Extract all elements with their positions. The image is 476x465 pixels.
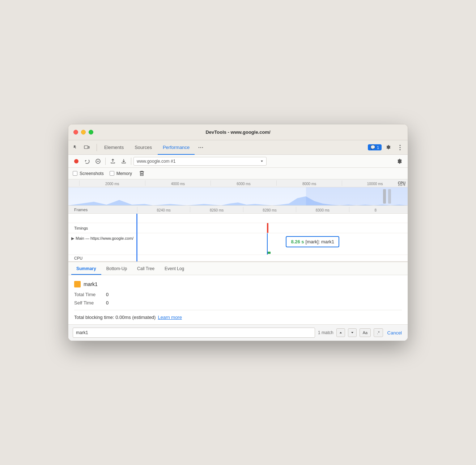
net-label: NET — [398, 184, 405, 186]
traffic-lights — [73, 130, 93, 135]
timeline-tick-header: 2000 ms 4000 ms 6000 ms 8000 ms 10000 ms… — [68, 179, 408, 187]
tab-summary[interactable]: Summary — [71, 263, 101, 275]
svg-rect-4 — [88, 146, 89, 148]
zoomed-tick-0: 8240 ms — [137, 207, 190, 212]
device-toggle-icon[interactable] — [82, 143, 92, 152]
tick-4000: 4000 ms — [145, 180, 211, 186]
learn-more-link[interactable]: Learn more — [158, 315, 182, 320]
tab-elements[interactable]: Elements — [99, 140, 129, 155]
zoomed-timeline: Frames 8240 ms 8260 ms 8280 ms 8300 ms 8 — [68, 206, 408, 262]
regex-button[interactable]: .* — [374, 328, 383, 337]
selection-bar-2 — [388, 189, 391, 204]
selection-bar-1 — [383, 189, 386, 204]
timings-row-label: Timings — [68, 223, 137, 233]
download-button[interactable] — [119, 156, 129, 166]
svg-point-5 — [199, 147, 199, 148]
blocking-time-row: Total blocking time: 0.00ms (estimated) … — [74, 315, 402, 320]
search-prev-button[interactable] — [336, 328, 345, 337]
url-display: www.google.com #1 — [133, 157, 267, 166]
screenshots-checkbox[interactable]: Screenshots — [73, 171, 104, 176]
svg-point-6 — [200, 147, 201, 148]
timeline-cpu-partial-row: CPU — [68, 255, 408, 261]
frames-label: Frames — [72, 208, 137, 212]
summary-content: mark1 Total Time 0 Self Time 0 Total blo… — [68, 275, 408, 324]
blue-left-marker — [136, 214, 137, 261]
zoomed-tick-3: 8300 ms — [296, 207, 349, 212]
search-match-count: 1 match — [318, 330, 333, 335]
search-cancel-button[interactable]: Cancel — [386, 330, 403, 336]
self-time-row: Self Time 0 — [74, 300, 402, 306]
more-options-icon[interactable] — [395, 143, 405, 152]
svg-rect-3 — [84, 146, 88, 149]
search-bar: 1 match Aa .* Cancel — [68, 324, 408, 341]
svg-point-10 — [400, 149, 401, 150]
toolbar-separator-1 — [105, 158, 106, 165]
screenshots-checkbox-box[interactable] — [73, 171, 77, 176]
window-title: DevTools - www.google.com/ — [205, 129, 270, 135]
cursor-icon[interactable] — [71, 143, 81, 152]
summary-tabs: Summary Bottom-Up Call Tree Event Log — [68, 262, 408, 275]
search-next-button[interactable] — [348, 328, 357, 337]
summary-mark-title: mark1 — [74, 281, 402, 287]
tab-bottom-up[interactable]: Bottom-Up — [101, 263, 132, 275]
zoomed-tick-1: 8260 ms — [190, 207, 243, 212]
tick-8000: 8000 ms — [276, 180, 342, 186]
expand-arrow[interactable]: ▶ — [71, 236, 74, 241]
tab-more[interactable] — [195, 140, 206, 155]
minimize-button[interactable] — [81, 130, 86, 135]
svg-rect-1 — [74, 146, 74, 148]
upload-button[interactable] — [108, 156, 118, 166]
mark-tooltip: 8.26 s [mark]: mark1 — [286, 236, 339, 247]
record-button[interactable] — [71, 156, 81, 166]
svg-point-11 — [74, 159, 78, 163]
svg-point-9 — [400, 147, 401, 148]
tab-divider — [97, 144, 97, 151]
tab-event-log[interactable]: Event Log — [160, 263, 189, 275]
memory-checkbox[interactable]: Memory — [110, 171, 132, 176]
zoomed-tick-2: 8280 ms — [243, 207, 296, 212]
notification-badge[interactable]: 💬 1 — [368, 144, 382, 150]
tab-bar: Elements Sources Performance 💬 1 — [68, 140, 408, 155]
summary-panel: Summary Bottom-Up Call Tree Event Log ma… — [68, 262, 408, 324]
tab-sources[interactable]: Sources — [129, 140, 157, 155]
clear-button[interactable] — [93, 156, 103, 166]
summary-divider — [74, 310, 402, 310]
memory-checkbox-box[interactable] — [110, 171, 114, 176]
timeline-overview-section: 2000 ms 4000 ms 6000 ms 8000 ms 10000 ms… — [68, 179, 408, 206]
main-row-label: ▶ Main — https://www.google.com/ — [68, 233, 137, 255]
match-case-button[interactable]: Aa — [360, 328, 371, 337]
reload-record-button[interactable] — [82, 156, 92, 166]
timeline-mini-chart[interactable] — [68, 187, 408, 205]
zoomed-tick-4: 8 — [349, 207, 402, 212]
titlebar: DevTools - www.google.com/ — [68, 124, 408, 140]
tab-performance[interactable]: Performance — [158, 140, 195, 155]
mark-color-icon — [74, 281, 81, 287]
settings-row: Screenshots Memory — [68, 168, 408, 179]
timing-mark-bar — [267, 223, 268, 233]
svg-point-7 — [202, 147, 203, 148]
mark-green-indicator — [268, 252, 271, 254]
settings-icon[interactable] — [384, 143, 393, 152]
timeline-frames-row — [68, 214, 408, 223]
performance-toolbar: www.google.com #1 — [68, 155, 408, 168]
clear-recordings-button[interactable] — [138, 170, 146, 178]
tick-2000: 2000 ms — [79, 180, 145, 186]
total-time-row: Total Time 0 — [74, 292, 402, 297]
tab-bar-icons — [71, 143, 92, 152]
devtools-body: Elements Sources Performance 💬 1 — [68, 140, 408, 341]
svg-point-8 — [400, 145, 401, 146]
performance-settings-button[interactable] — [395, 156, 405, 166]
tick-6000: 6000 ms — [211, 180, 276, 186]
svg-rect-2 — [74, 145, 74, 146]
search-input[interactable] — [73, 328, 315, 338]
devtools-window: DevTools - www.google.com/ — [68, 124, 408, 341]
maximize-button[interactable] — [89, 130, 93, 135]
notification-icon: 💬 — [370, 145, 375, 150]
timeline-main-row: ▶ Main — https://www.google.com/ 8.26 s … — [68, 233, 408, 255]
zoomed-tick-header: Frames 8240 ms 8260 ms 8280 ms 8300 ms 8 — [68, 206, 408, 214]
tab-call-tree[interactable]: Call Tree — [132, 263, 160, 275]
tab-right-icons: 💬 1 — [368, 143, 405, 152]
close-button[interactable] — [73, 130, 78, 135]
toolbar-separator-2 — [131, 158, 131, 165]
cpu-chart-svg — [68, 191, 408, 205]
